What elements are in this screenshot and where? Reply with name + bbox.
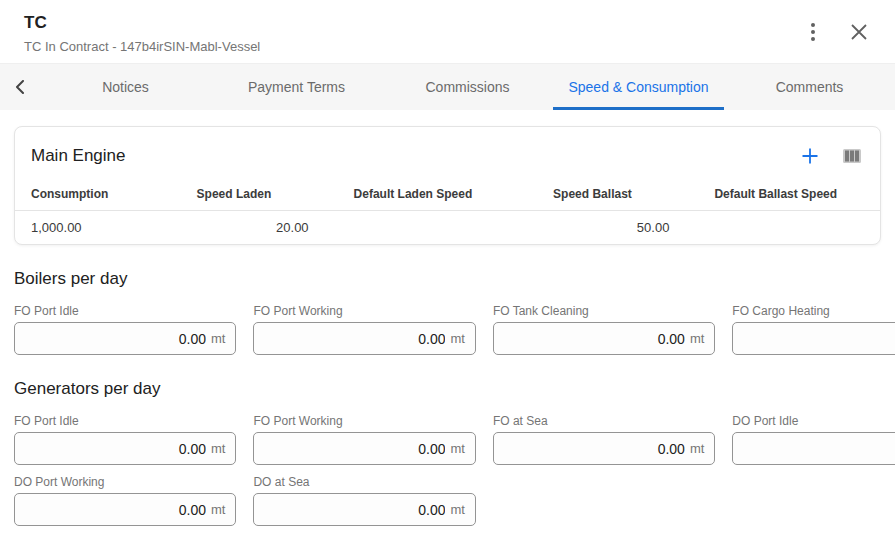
tab-notices[interactable]: Notices [40,64,211,110]
tab-speed-consumption[interactable]: Speed & Consumption [553,64,724,110]
unit-label: mt [211,441,225,456]
column-header-default-ballast-speed: Default Ballast Speed [714,187,880,201]
column-header-speed-laden: Speed Laden [197,187,354,201]
chevron-left-icon [15,80,25,94]
tab-comments[interactable]: Comments [724,64,895,110]
main-engine-card: Main Engine [14,126,881,245]
column-header-speed-ballast: Speed Ballast [553,187,714,201]
tc-dialog: TC TC In Contract - 147b4irSIN-Mabl-Vess… [0,0,895,547]
boilers-section-title: Boilers per day [14,269,881,289]
generators-fo-port-idle-input[interactable] [25,441,206,457]
tabs-scroll-left-button[interactable] [0,64,40,110]
field-box: mt [253,493,475,526]
column-header-default-laden-speed: Default Laden Speed [354,187,554,201]
field-generators-fo-port-working: FO Port Working mt [253,414,475,465]
field-label: FO Cargo Heating [732,304,895,318]
field-box: mt [253,322,475,355]
field-label: FO at Sea [493,414,715,428]
main-engine-header: Main Engine [15,127,880,178]
header-actions [801,20,871,44]
field-label: DO Port Idle [732,414,895,428]
field-generators-do-port-working: DO Port Working mt [14,475,236,526]
unit-label: mt [211,331,225,346]
field-generators-do-port-idle: DO Port Idle mt [732,414,895,465]
unit-label: mt [450,331,464,346]
boilers-fo-port-working-input[interactable] [264,331,445,347]
boilers-fo-cargo-heating-input[interactable] [743,331,895,347]
cell-speed-ballast[interactable]: 50.00 [553,220,714,235]
tab-bar: Notices Payment Terms Commissions Speed … [0,63,895,110]
dialog-header: TC TC In Contract - 147b4irSIN-Mabl-Vess… [0,0,895,63]
close-icon [850,23,868,41]
unit-label: mt [690,331,704,346]
field-label: FO Port Idle [14,304,236,318]
generators-do-port-idle-input[interactable] [743,441,895,457]
field-label: DO Port Working [14,475,236,489]
tab-commissions[interactable]: Commissions [382,64,553,110]
page-subtitle: TC In Contract - 147b4irSIN-Mabl-Vessel [24,39,260,54]
field-boilers-fo-port-working: FO Port Working mt [253,304,475,355]
field-box: mt [14,493,236,526]
header-titles: TC TC In Contract - 147b4irSIN-Mabl-Vess… [24,9,260,54]
generators-fo-port-working-input[interactable] [264,441,445,457]
main-engine-title: Main Engine [31,146,126,166]
column-settings-button[interactable] [840,144,864,168]
field-boilers-fo-port-idle: FO Port Idle mt [14,304,236,355]
field-box: mt [732,432,895,465]
field-label: FO Port Working [253,304,475,318]
cell-consumption[interactable]: 1,000.00 [31,220,197,235]
field-box: mt [493,432,715,465]
field-boilers-fo-tank-cleaning: FO Tank Cleaning mt [493,304,715,355]
generators-do-port-working-input[interactable] [25,502,206,518]
column-header-consumption: Consumption [31,187,197,201]
close-button[interactable] [847,20,871,44]
boilers-fo-port-idle-input[interactable] [25,331,206,347]
add-row-button[interactable] [798,144,822,168]
field-boilers-fo-cargo-heating: FO Cargo Heating mt [732,304,895,355]
field-label: FO Port Working [253,414,475,428]
field-box: mt [253,432,475,465]
field-box: mt [493,322,715,355]
page-title: TC [24,13,260,33]
field-box: mt [14,432,236,465]
unit-label: mt [450,441,464,456]
kebab-menu-icon [811,23,815,41]
generators-do-at-sea-input[interactable] [264,502,445,518]
unit-label: mt [450,502,464,517]
plus-icon [801,147,819,165]
speed-consumption-panel: Main Engine [0,110,895,526]
boilers-fo-tank-cleaning-input[interactable] [504,331,685,347]
field-label: DO at Sea [253,475,475,489]
field-box: mt [732,322,895,355]
generators-field-grid: FO Port Idle mt FO Port Working mt FO at… [14,414,881,526]
generators-fo-at-sea-input[interactable] [504,441,685,457]
field-generators-fo-at-sea: FO at Sea mt [493,414,715,465]
view-columns-icon [843,148,861,164]
field-generators-do-at-sea: DO at Sea mt [253,475,475,526]
boilers-field-grid: FO Port Idle mt FO Port Working mt FO Ta… [14,304,881,355]
kebab-menu-button[interactable] [801,20,825,44]
generators-section-title: Generators per day [14,379,881,399]
unit-label: mt [211,502,225,517]
field-generators-fo-port-idle: FO Port Idle mt [14,414,236,465]
table-row[interactable]: 1,000.00 20.00 50.00 [15,210,880,244]
main-engine-actions [798,144,864,168]
unit-label: mt [690,441,704,456]
field-box: mt [14,322,236,355]
tab-payment-terms[interactable]: Payment Terms [211,64,382,110]
field-label: FO Port Idle [14,414,236,428]
cell-speed-laden[interactable]: 20.00 [197,220,354,235]
field-label: FO Tank Cleaning [493,304,715,318]
main-engine-table-header: Consumption Speed Laden Default Laden Sp… [15,178,880,210]
